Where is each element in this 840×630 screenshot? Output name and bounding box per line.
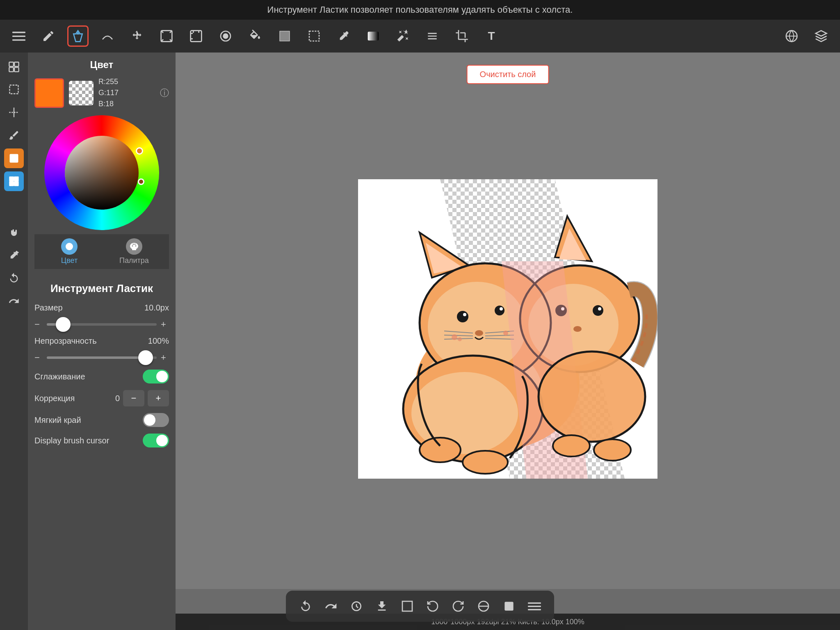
sidebar-undo[interactable]: [4, 268, 24, 288]
soft-edge-toggle[interactable]: [143, 413, 169, 427]
lasso-btn[interactable]: [347, 596, 366, 616]
smudge-icon[interactable]: [97, 25, 118, 47]
color-wheel-inner[interactable]: [65, 136, 139, 210]
select-tool-btn[interactable]: [397, 596, 417, 616]
svg-rect-8: [309, 31, 319, 41]
soft-edge-toggle-knob: [144, 414, 155, 426]
color-info-icon[interactable]: ⓘ: [160, 87, 169, 99]
cat-illustration: [358, 179, 657, 479]
correction-row: Коррекция 0 − +: [34, 390, 169, 406]
tab-palette-icon: [126, 238, 142, 255]
correction-minus-btn[interactable]: −: [123, 390, 144, 406]
size-label: Размер: [34, 303, 84, 313]
secondary-color-swatch[interactable]: [69, 81, 94, 105]
opacity-slider-thumb[interactable]: [138, 350, 153, 365]
main-canvas-area: Очистить слой: [176, 52, 840, 589]
svg-point-44: [495, 306, 504, 315]
crop-icon[interactable]: [451, 25, 472, 47]
opacity-slider-container: − +: [34, 352, 169, 363]
svg-point-48: [593, 305, 603, 316]
color-wheel-container[interactable]: [44, 115, 159, 230]
move-icon[interactable]: [126, 25, 148, 47]
sidebar-hand[interactable]: [4, 222, 24, 242]
layers-grid-icon[interactable]: [422, 25, 443, 47]
color-values: R:255 G:117 B:18: [98, 76, 155, 110]
text-icon[interactable]: T: [481, 25, 502, 47]
svg-point-49: [598, 307, 601, 310]
svg-point-70: [594, 439, 631, 461]
undo-btn[interactable]: [296, 596, 315, 616]
color-gradient-box[interactable]: [65, 136, 139, 210]
sidebar-guides[interactable]: [4, 103, 24, 122]
opacity-slider-fill: [47, 356, 146, 359]
eyedropper-icon[interactable]: [333, 25, 354, 47]
opacity-label: Непрозрачность: [34, 336, 97, 346]
wheel-handle-inner[interactable]: [138, 178, 144, 185]
svg-rect-22: [14, 181, 19, 186]
correction-label: Коррекция: [34, 394, 75, 403]
select-color-icon[interactable]: [215, 25, 236, 47]
transform-icon[interactable]: [156, 25, 177, 47]
opacity-plus[interactable]: +: [161, 352, 169, 363]
pencil-icon[interactable]: [38, 25, 59, 47]
color-wheel[interactable]: [44, 115, 159, 230]
magic-wand-icon[interactable]: [392, 25, 413, 47]
svg-point-65: [463, 451, 508, 474]
sidebar-redo[interactable]: [4, 291, 24, 311]
svg-rect-20: [14, 176, 19, 181]
sidebar-color-swatch[interactable]: [4, 148, 24, 168]
svg-point-51: [573, 326, 582, 332]
canvas-content: [358, 179, 657, 479]
rotate-ccw-btn[interactable]: [423, 596, 443, 616]
dotted-rect-icon[interactable]: [304, 25, 325, 47]
size-minus[interactable]: −: [34, 319, 43, 330]
layers-stack-icon[interactable]: [810, 25, 832, 47]
transform2-icon[interactable]: [185, 25, 207, 47]
globe-icon[interactable]: [781, 25, 802, 47]
correction-plus-btn[interactable]: +: [148, 390, 169, 406]
svg-rect-75: [504, 602, 513, 610]
opacity-minus[interactable]: −: [34, 352, 43, 363]
svg-rect-0: [12, 32, 25, 33]
tab-palette[interactable]: Палитра: [106, 238, 162, 265]
flip-btn[interactable]: [474, 596, 493, 616]
menu-icon[interactable]: [8, 25, 30, 47]
display-cursor-toggle[interactable]: [143, 434, 169, 447]
sidebar-layers[interactable]: [4, 171, 24, 191]
svg-rect-2: [12, 39, 25, 41]
eraser-active-icon[interactable]: [67, 25, 89, 47]
size-slider-thumb[interactable]: [56, 317, 71, 332]
left-panel: Цвет R:255 G:117 B:18 ⓘ: [28, 52, 176, 630]
svg-point-42: [457, 311, 468, 322]
primary-color-swatch[interactable]: [34, 78, 64, 108]
fill-icon[interactable]: [244, 25, 266, 47]
clear-layer-button[interactable]: Очистить слой: [467, 65, 549, 84]
display-cursor-label: Display brush cursor: [34, 436, 109, 445]
menu-bottom-btn[interactable]: [525, 596, 544, 616]
color-palette-tabs: Цвет Палитра: [34, 234, 169, 269]
smoothing-toggle[interactable]: [143, 370, 169, 383]
rect-shape-icon[interactable]: [274, 25, 295, 47]
sidebar-brush[interactable]: [4, 126, 24, 145]
svg-rect-72: [402, 601, 412, 611]
size-slider[interactable]: [47, 323, 157, 326]
size-plus[interactable]: +: [161, 319, 169, 330]
export-btn[interactable]: [372, 596, 392, 616]
sidebar-new-canvas[interactable]: [4, 57, 24, 76]
svg-rect-76: [528, 603, 541, 604]
rotate-cw-btn[interactable]: [448, 596, 468, 616]
canvas-wrapper[interactable]: [358, 179, 657, 479]
opacity-slider[interactable]: [47, 356, 157, 359]
sidebar-eyedropper[interactable]: [4, 245, 24, 265]
tab-color[interactable]: Цвет: [41, 238, 98, 265]
svg-point-6: [223, 33, 228, 39]
sidebar-selection[interactable]: [4, 80, 24, 99]
eraser-bottom-icon[interactable]: [499, 596, 519, 616]
redo-btn[interactable]: [321, 596, 341, 616]
svg-point-69: [553, 435, 590, 457]
opacity-row: Непрозрачность 100%: [34, 336, 169, 346]
gradient-icon[interactable]: [363, 25, 384, 47]
svg-rect-77: [528, 606, 541, 607]
svg-point-64: [420, 438, 461, 462]
size-slider-container: − +: [34, 319, 169, 330]
